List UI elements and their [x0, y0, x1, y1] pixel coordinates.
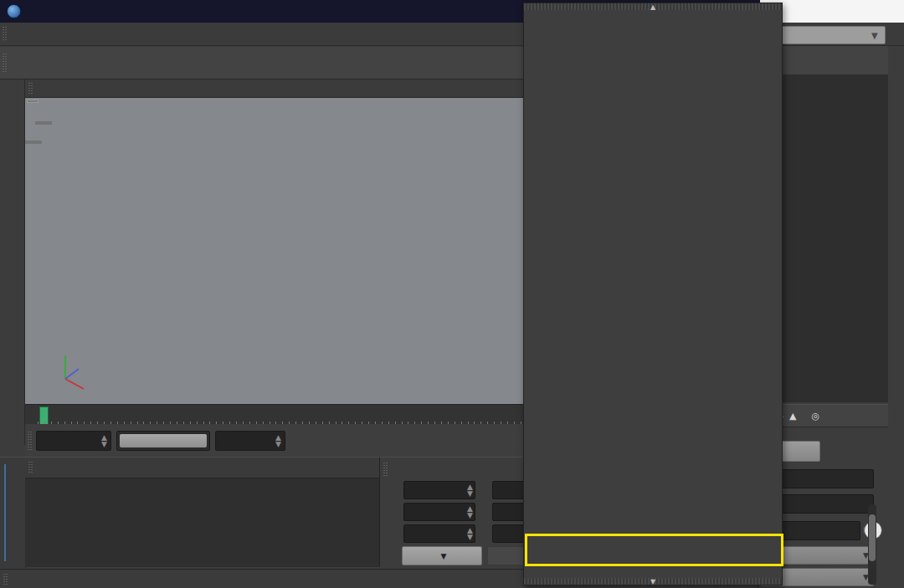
- position-x-input[interactable]: ▲▼: [403, 481, 475, 499]
- menubar-grip[interactable]: [2, 27, 8, 42]
- up-icon[interactable]: ▲: [789, 411, 796, 422]
- scrollbar[interactable]: [868, 504, 876, 585]
- material-manager-menu: [25, 458, 379, 478]
- chevron-down-icon: ▼: [871, 31, 885, 40]
- coordinate-mode-dropdown[interactable]: ▼: [402, 546, 482, 565]
- optimize-highlight-box: [525, 534, 783, 566]
- current-frame-field[interactable]: ▲▼: [36, 431, 111, 451]
- scrollbar-thumb[interactable]: [869, 514, 876, 561]
- matman-grip[interactable]: [28, 462, 33, 473]
- coords-grip[interactable]: [383, 463, 388, 476]
- viewmenu-grip[interactable]: [28, 83, 33, 95]
- spinner-icon[interactable]: ▲▼: [275, 434, 281, 447]
- view-label[interactable]: [27, 100, 39, 103]
- menu-scroll-down[interactable]: ▼: [524, 578, 782, 585]
- home-icon[interactable]: [816, 52, 833, 69]
- target-icon[interactable]: ◎: [811, 411, 819, 422]
- end-frame-field[interactable]: ▲▼: [215, 431, 285, 451]
- hud-points-count: [25, 141, 42, 144]
- transport-grip[interactable]: [27, 432, 33, 450]
- hud-selection-title: [35, 121, 52, 125]
- mesh-commands-context-menu: ▲ ▼: [523, 3, 783, 585]
- add-panel-icon[interactable]: [853, 52, 870, 69]
- position-y-input[interactable]: ▲▼: [403, 503, 475, 521]
- link-icon[interactable]: [835, 52, 851, 69]
- search-icon[interactable]: [798, 52, 814, 69]
- toolbar-grip[interactable]: [2, 54, 8, 72]
- menu-scroll-up[interactable]: ▲: [524, 3, 782, 10]
- statusbar-grip[interactable]: [3, 574, 8, 585]
- preview-range-slider[interactable]: [116, 431, 210, 451]
- maxon-logo: [0, 457, 26, 568]
- position-z-input[interactable]: ▲▼: [403, 524, 475, 543]
- axis-gizmo: [49, 347, 107, 397]
- app-icon: [7, 4, 21, 18]
- logo-stripe: [4, 464, 6, 561]
- left-mode-palette: [0, 79, 25, 445]
- spinner-icon[interactable]: ▲▼: [101, 434, 107, 447]
- preview-range-bar[interactable]: [120, 434, 207, 447]
- cinema4d-window: ▼ ▲▼: [0, 0, 904, 588]
- material-manager: [25, 457, 380, 567]
